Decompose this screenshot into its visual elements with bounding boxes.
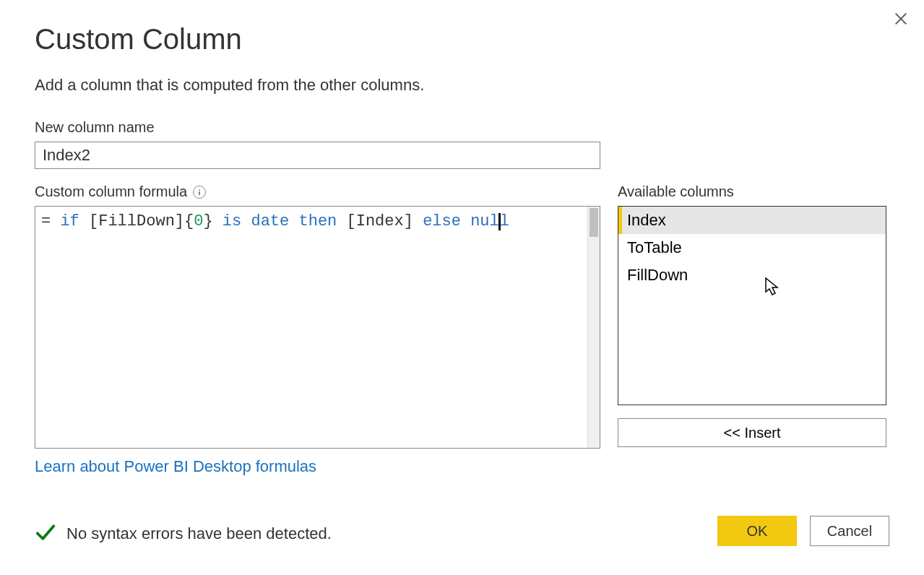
formula-scrollbar[interactable]: [587, 207, 600, 448]
ok-button[interactable]: OK: [717, 516, 797, 546]
dialog-subtitle: Add a column that is computed from the o…: [35, 76, 889, 95]
check-icon: [35, 522, 56, 546]
dialog-title: Custom Column: [35, 23, 889, 56]
learn-link[interactable]: Learn about Power BI Desktop formulas: [35, 457, 316, 476]
column-item-filldown[interactable]: FillDown: [618, 261, 886, 289]
scrollbar-thumb[interactable]: [590, 208, 598, 237]
new-column-name-input[interactable]: [35, 142, 600, 169]
custom-column-dialog: Custom Column Add a column that is compu…: [0, 0, 924, 575]
formula-editor[interactable]: = if [FillDown]{0} is date then [Index] …: [35, 206, 600, 449]
formula-label: Custom column formula: [35, 183, 187, 200]
cancel-button[interactable]: Cancel: [810, 516, 889, 546]
available-columns-list[interactable]: Index ToTable FillDown: [618, 206, 886, 405]
svg-point-2: [199, 189, 200, 191]
formula-content[interactable]: = if [FillDown]{0} is date then [Index] …: [35, 207, 587, 448]
column-item-index[interactable]: Index: [618, 207, 886, 234]
svg-rect-3: [199, 191, 200, 195]
close-button[interactable]: [888, 6, 914, 32]
insert-button[interactable]: << Insert: [618, 418, 886, 447]
close-icon: [893, 11, 909, 27]
status-text: No syntax errors have been detected.: [66, 524, 332, 543]
new-column-name-label: New column name: [35, 119, 889, 136]
info-icon[interactable]: [193, 186, 206, 199]
status-row: No syntax errors have been detected.: [35, 522, 332, 546]
column-item-totable[interactable]: ToTable: [618, 234, 886, 261]
available-columns-label: Available columns: [618, 183, 886, 200]
